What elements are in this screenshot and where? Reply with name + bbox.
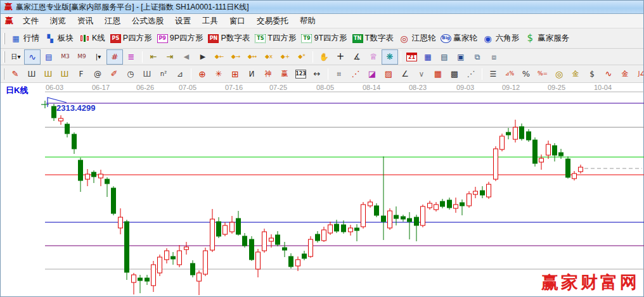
diamond-h-button[interactable]: ◆↔ [244,49,261,65]
menu-item-gann[interactable]: 江恩 [99,15,126,28]
menu-item-news[interactable]: 资讯 [72,15,99,28]
p-number-table-button[interactable]: PNP数字表 [205,31,252,46]
fan-square-red-button[interactable]: ▨ [380,66,397,82]
crown-tool-button[interactable]: ♕ [365,49,382,65]
p-square-button[interactable]: PSP四方形 [108,31,155,46]
brain-tool-button[interactable]: ❋ [382,49,398,65]
quotes-button[interactable]: ▦行情 [8,31,42,46]
gold-underline-button[interactable]: 金 [617,66,633,82]
9t-square-button[interactable]: T99T四方形 [299,31,349,46]
candle [448,198,452,210]
f-comb-button[interactable]: F [73,66,89,82]
menu-item-tools[interactable]: 工具 [196,15,224,28]
diamond-right-button[interactable]: ◆→ [228,49,244,65]
measure-width-icon: ↔ [311,69,323,79]
percent-angle-button[interactable]: ⊿% [501,66,518,82]
info-document-icon: ▤ [43,52,55,62]
info-document-button[interactable]: ▤ [41,49,57,65]
gann-clock-button[interactable]: ◷ [122,66,139,82]
histogram-button[interactable]: ≣ [123,49,139,65]
gold-comb-1-button[interactable]: Ш [40,66,56,82]
fan-lines-button[interactable]: ⋰ [347,66,364,82]
nav-prev-button[interactable]: ◀ [178,49,195,65]
gann-star-button[interactable]: ✳ [210,66,227,82]
menu-item-file[interactable]: 文件 [17,15,44,28]
save-floppy-button[interactable]: ▣ [453,49,469,65]
price-list-button[interactable]: ☰ [485,66,501,82]
j-angle-button[interactable]: J∠ [633,66,643,82]
sectors-button[interactable]: ▚板块 [42,31,76,46]
kline-chart-area[interactable]: 日K线 06-0306-1706-2607-0507-1607-2508-050… [1,83,643,296]
calendar-21-button[interactable]: 21 [404,49,420,65]
candle [52,104,56,121]
kline-button[interactable]: K线 [76,31,108,46]
shen-grid-button[interactable]: 神 [260,66,276,82]
angle-cut-button[interactable]: ⊿ [172,66,188,82]
wave-red-button[interactable]: ∿ [600,66,617,82]
diamond-plus-button[interactable]: ◆+ [277,49,293,65]
pen-red-2-button[interactable]: ✐ [106,66,122,82]
hexagon-button[interactable]: ◉六角形 [480,31,522,46]
measure-width-button[interactable]: ↔ [309,66,325,82]
dollar-pen-button[interactable]: $ [584,66,600,82]
n-squared-button[interactable]: n² [155,66,172,82]
candle [171,252,176,265]
period-day-button[interactable]: 日▾ [8,49,24,65]
wave-3-button[interactable]: M3 [57,49,74,65]
grid-red-button[interactable]: ▦ [430,66,446,82]
numbers-grid-button[interactable]: 123 [293,66,309,82]
v-dotted-button[interactable]: ∨ [413,66,430,82]
winner-wheel-button[interactable]: Big赢家轮 [438,31,480,46]
menu-item-browse[interactable]: 浏览 [44,15,72,28]
red-lattice-button[interactable]: # [106,49,123,65]
crosshair-button[interactable]: + [332,49,349,65]
winner-service-button[interactable]: $赢家服务 [522,31,572,46]
menu-item-trade-order[interactable]: 交易委托 [251,15,294,28]
comb-2-button[interactable]: Ш [139,66,155,82]
network-pc-button[interactable]: ⧉ [469,49,486,65]
grid-arrow-button[interactable]: ▩ [446,66,463,82]
gann-comb-button[interactable]: Ш [23,66,40,82]
gold-lines-button[interactable]: 金 [567,66,584,82]
diamond-star-button[interactable]: ◆* [293,49,310,65]
angle-note-button[interactable]: ∡ [349,49,365,65]
zigzag-line-button[interactable]: ∿ [24,49,41,65]
menu-item-settings[interactable]: 设置 [169,15,196,28]
gold-comb-2-button[interactable]: Ш [56,66,73,82]
candle [316,231,320,243]
menu-item-help[interactable]: 帮助 [294,15,321,28]
angle-pair-button[interactable]: ∠ [397,66,413,82]
toolbar-separator [142,51,143,63]
pen-red-button[interactable]: ✎ [7,66,23,82]
ying-grid-button[interactable]: 赢 [276,66,293,82]
nav-next-button[interactable]: ▶ [195,49,211,65]
menu-item-formula-stock-pick[interactable]: 公式选股 [126,15,169,28]
three-lines-button[interactable]: ⋰ [463,66,479,82]
menu-item-window[interactable]: 窗口 [224,15,251,28]
gann-square-grid-button[interactable]: ⊞ [227,66,243,82]
candle [506,128,511,139]
remote-pc-button[interactable]: ⧈ [486,49,502,65]
k-marks-button[interactable]: И [243,66,260,82]
nav-first-button[interactable]: ⇤ [145,49,162,65]
notepad-button[interactable]: ▤ [436,49,453,65]
date-tick-label: 08-05 [316,84,334,91]
percent-lines-button[interactable]: %= [534,66,551,82]
percent-button[interactable]: % [518,66,534,82]
diamond-x-button[interactable]: ◆x [261,49,277,65]
single-candle-button[interactable]: |▾ [90,49,106,65]
gold-circle-button[interactable]: ◎ [551,66,567,82]
9p-square-button[interactable]: P99P四方形 [155,31,206,46]
gann-target-button[interactable]: ⊕ [194,66,210,82]
nav-last-button[interactable]: ⇥ [162,49,178,65]
diamond-left-button[interactable]: ◆← [211,49,228,65]
spiral-button[interactable]: @ [89,66,106,82]
fan-square-magenta-button[interactable]: ◪ [364,66,380,82]
t-square-button[interactable]: TST四方形 [252,31,299,46]
t-square-tool-button[interactable]: ⌗ [331,66,347,82]
gann-wheel-button[interactable]: ◎江恩轮 [396,31,439,46]
calculator-button[interactable]: ▦ [420,49,436,65]
t-number-table-button[interactable]: TNT数字表 [350,31,396,46]
hand-tool-button[interactable]: ✋ [316,49,332,65]
wave-9-button[interactable]: M9 [74,49,90,65]
